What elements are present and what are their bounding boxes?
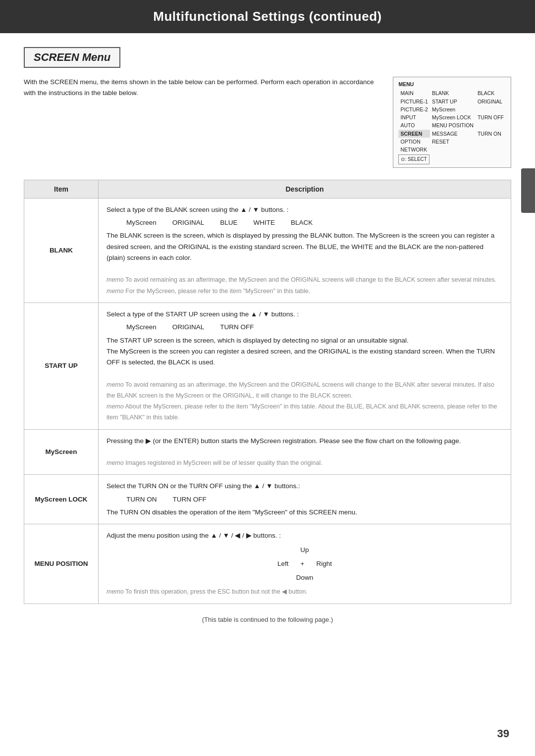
option-black: BLACK [291, 217, 313, 228]
menu-cell: PICTURE-1 [398, 98, 429, 105]
menu-diagram-table: MAIN BLANK BLACK PICTURE-1 START UP ORIG… [398, 89, 506, 153]
menu-diagram: MENU MAIN BLANK BLACK PICTURE-1 START UP… [393, 77, 511, 168]
option-myscreen: MyScreen [126, 322, 157, 333]
blank-memo1: memo To avoid remaining as an afterimage… [107, 276, 496, 283]
startup-desc-body1: The START UP screen is the screen, which… [107, 337, 409, 344]
menu-row: MAIN BLANK BLACK [398, 89, 506, 97]
page-number: 39 [497, 727, 509, 740]
menu-cell: MyScreen [430, 105, 476, 113]
startup-memo1: memo To avoid remaining as an afterimage… [107, 381, 494, 399]
myscreen-desc-body: Pressing the ▶ (or the ENTER) button sta… [107, 437, 461, 445]
menu-cell [476, 146, 506, 153]
myscreen-lock-options: TURN ON TURN OFF [126, 494, 503, 505]
menu-cell: PICTURE-2 [398, 105, 429, 113]
desc-menu-position: Adjust the menu position using the ▲ / ▼… [99, 524, 511, 604]
menu-cell: ORIGINAL [476, 98, 506, 105]
page-container: Multifunctional Settings (continued) SCR… [0, 0, 535, 756]
item-blank: BLANK [24, 198, 99, 302]
desc-myscreen-lock: Select the TURN ON or the TURN OFF using… [99, 475, 511, 524]
menu-position-memo: memo To finish this operation, press the… [107, 588, 308, 595]
blank-options: MyScreen ORIGINAL BLUE WHITE BLACK [126, 217, 503, 228]
option-original: ORIGINAL [172, 322, 205, 333]
select-bar: ⊙: SELECT [398, 154, 429, 164]
option-turnoff: TURN OFF [173, 494, 207, 505]
top-area: With the SCREEN menu, the items shown in… [24, 77, 511, 168]
startup-memo2: memo About the MyScreen, please refer to… [107, 403, 497, 421]
menu-cell: NETWORK [398, 146, 429, 153]
col-item-header: Item [24, 180, 99, 198]
menu-cell [476, 105, 506, 113]
table-row: START UP Select a type of the START UP s… [24, 303, 511, 430]
option-white: WHITE [254, 217, 275, 228]
position-up: Up [300, 545, 309, 555]
table-row: MENU POSITION Adjust the menu position u… [24, 524, 511, 604]
item-myscreen: MyScreen [24, 429, 99, 475]
startup-options: MyScreen ORIGINAL TURN OFF [126, 322, 503, 333]
desc-startup: Select a type of the START UP screen usi… [99, 303, 511, 430]
menu-cell: MyScreen LOCK [430, 113, 476, 121]
menu-cell [430, 146, 476, 153]
option-blue: BLUE [220, 217, 237, 228]
option-turnoff: TURN OFF [220, 322, 254, 333]
menu-row: NETWORK [398, 146, 506, 153]
menu-row: SCREEN MESSAGE TURN ON [398, 130, 506, 138]
table-row: MyScreen LOCK Select the TURN ON or the … [24, 475, 511, 524]
menu-cell: TURN OFF [476, 113, 506, 121]
menu-row: PICTURE-1 START UP ORIGINAL [398, 98, 506, 105]
menu-cell: AUTO [398, 121, 429, 129]
page-title: Multifunctional Settings (continued) [153, 9, 381, 24]
menu-cell: BLANK [430, 89, 476, 97]
page-header: Multifunctional Settings (continued) [0, 0, 535, 33]
position-plus: + [301, 558, 305, 569]
menu-row: PICTURE-2 MyScreen [398, 105, 506, 113]
table-row: MyScreen Pressing the ▶ (or the ENTER) b… [24, 429, 511, 475]
menu-cell: MAIN [398, 89, 429, 97]
option-myscreen: MyScreen [126, 217, 157, 228]
blank-memo2: memo For the MyScreen, please refer to t… [107, 288, 310, 295]
menu-position-desc-line1: Adjust the menu position using the ▲ / ▼… [107, 532, 281, 539]
menu-cell: OPTION [398, 138, 429, 146]
startup-desc-body2: The MyScreen is the screen you can regis… [107, 348, 495, 366]
menu-cell [476, 138, 506, 146]
table-row: BLANK Select a type of the BLANK screen … [24, 198, 511, 302]
main-table: Item Description BLANK Select a type of … [24, 180, 511, 604]
menu-cell: MENU POSITION [430, 121, 476, 129]
myscreen-memo1: memo Images registered in MyScreen will … [107, 459, 322, 466]
col-description-header: Description [99, 180, 511, 198]
desc-blank: Select a type of the BLANK screen using … [99, 198, 511, 302]
menu-cell: BLACK [476, 89, 506, 97]
side-tab [521, 168, 535, 213]
section-description: With the SCREEN menu, the items shown in… [24, 77, 381, 98]
menu-row: AUTO MENU POSITION [398, 121, 506, 129]
menu-diagram-title: MENU [398, 80, 506, 88]
item-startup: START UP [24, 303, 99, 430]
section-title: SCREEN Menu [24, 47, 120, 68]
option-turnon: TURN ON [126, 494, 157, 505]
option-original: ORIGINAL [172, 217, 205, 228]
position-down: Down [296, 572, 314, 583]
position-right: Right [316, 558, 332, 569]
menu-cell: MESSAGE [430, 130, 476, 138]
menu-cell: INPUT [398, 113, 429, 121]
menu-cell: START UP [430, 98, 476, 105]
blank-desc-line1: Select a type of the BLANK screen using … [107, 206, 288, 213]
menu-row: OPTION RESET [398, 138, 506, 146]
position-left: Left [277, 558, 289, 569]
item-menu-position: MENU POSITION [24, 524, 99, 604]
menu-cell: RESET [430, 138, 476, 146]
position-diagram: Up Left + Right Down [107, 545, 503, 584]
desc-myscreen: Pressing the ▶ (or the ENTER) button sta… [99, 429, 511, 475]
myscreen-lock-desc-line1: Select the TURN ON or the TURN OFF using… [107, 482, 300, 490]
table-header-row: Item Description [24, 180, 511, 198]
menu-row: INPUT MyScreen LOCK TURN OFF [398, 113, 506, 121]
blank-desc-body: The BLANK screen is the screen, which is… [107, 232, 494, 261]
startup-desc-line1: Select a type of the START UP screen usi… [107, 310, 299, 318]
item-myscreen-lock: MyScreen LOCK [24, 475, 99, 524]
main-content: SCREEN Menu With the SCREEN menu, the it… [0, 33, 535, 647]
position-lr-row: Left + Right [277, 558, 332, 569]
menu-cell [476, 121, 506, 129]
menu-cell: TURN ON [476, 130, 506, 138]
continued-note: (This table is continued to the followin… [24, 616, 511, 623]
menu-cell-highlighted: SCREEN [398, 130, 429, 138]
myscreen-lock-desc-body: The TURN ON disables the operation of th… [107, 508, 357, 516]
